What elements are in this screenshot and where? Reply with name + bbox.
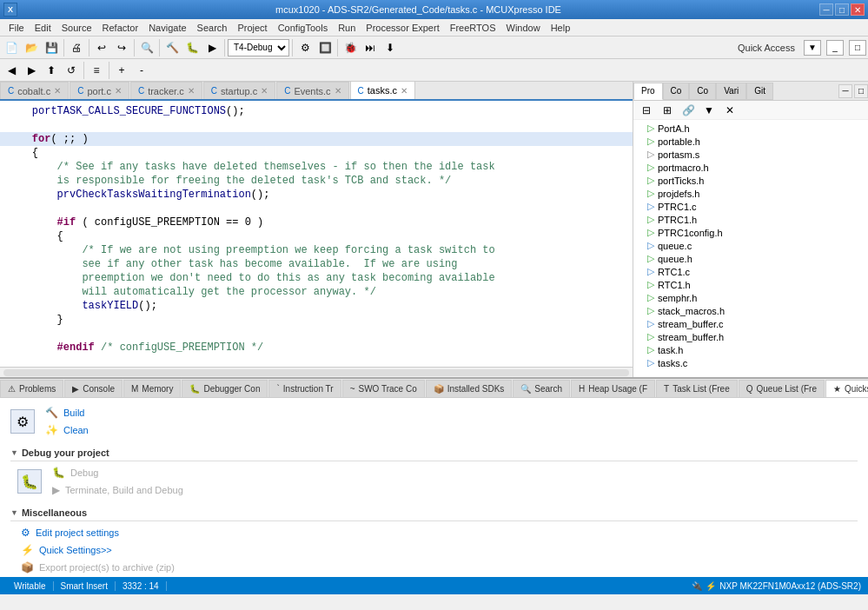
tree-item-queue-h[interactable]: ▷ queue.h <box>633 252 868 265</box>
save-button[interactable]: 💾 <box>42 38 61 57</box>
undo-button[interactable]: ↩ <box>92 38 111 57</box>
expand-all[interactable]: ⊞ <box>658 101 677 120</box>
menu-freertos[interactable]: FreeRTOS <box>445 21 501 35</box>
step-over[interactable]: ⏭ <box>361 38 380 57</box>
bottom-tab-memory[interactable]: MMemory <box>123 380 181 397</box>
tree-item-RTC1-c[interactable]: ▷ RTC1.c <box>633 265 868 278</box>
tree-item-stream-buffer-c[interactable]: ▷ stream_buffer.c <box>633 317 868 330</box>
minimize-panels[interactable]: _ <box>826 40 844 56</box>
tree-item-portasm-s[interactable]: ▷ portasm.s <box>633 148 868 161</box>
tree-item-portA-h[interactable]: ▷ PortA.h <box>633 122 868 135</box>
panel-minimize[interactable]: ─ <box>838 84 852 98</box>
debug-button[interactable]: 🐛 <box>182 38 202 57</box>
menu-processorexpert[interactable]: Processor Expert <box>361 21 444 35</box>
open-button[interactable]: 📂 <box>22 38 41 57</box>
bottom-tab-problems[interactable]: ⚠Problems <box>0 380 63 397</box>
tree-item-PTRC1-h[interactable]: ▷ PTRC1.h <box>633 213 868 226</box>
quick-access-dropdown[interactable]: ▼ <box>804 40 821 56</box>
tree-item-RTC1-h[interactable]: ▷ RTC1.h <box>633 278 868 291</box>
tree-item-PTRC1config-h[interactable]: ▷ PTRC1config.h <box>633 226 868 239</box>
menu-run[interactable]: Run <box>333 21 361 35</box>
tree-item-portable-h[interactable]: ▷ portable.h <box>633 135 868 148</box>
tree-item-stack-macros-h[interactable]: ▷ stack_macros.h <box>633 304 868 317</box>
menu-edit[interactable]: Edit <box>30 21 56 35</box>
editor-horizontal-scrollbar[interactable] <box>0 367 633 377</box>
tree-item-queue-c[interactable]: ▷ queue.c <box>633 239 868 252</box>
bottom-tab-heap[interactable]: HHeap Usage (F <box>571 380 655 397</box>
tab-tasks-c[interactable]: C tasks.c ✕ <box>350 82 415 99</box>
panel-maximize[interactable]: □ <box>854 84 868 98</box>
tab-tracker-c[interactable]: C tracker.c ✕ <box>130 82 202 99</box>
run-button[interactable]: ▶ <box>202 38 222 57</box>
tree-item-stream-buffer-h[interactable]: ▷ stream_buffer.h <box>633 330 868 343</box>
panel-tab-vari[interactable]: Vari <box>716 83 746 100</box>
bottom-tab-debugger[interactable]: 🐛Debugger Con <box>182 380 268 397</box>
bottom-tab-quickstart[interactable]: ★Quickstart Pan <box>825 380 868 397</box>
build-button[interactable]: 🔨 <box>162 38 182 57</box>
menu-window[interactable]: Window <box>501 21 546 35</box>
tree-item-portmacro-h[interactable]: ▷ portmacro.h <box>633 161 868 174</box>
menu-source[interactable]: Source <box>56 21 97 35</box>
collapse-all[interactable]: ⊟ <box>637 101 656 120</box>
close-panel[interactable]: ✕ <box>720 101 739 120</box>
build-config-dropdown[interactable]: T4-Debug <box>228 39 289 56</box>
quick-settings-action[interactable]: ⚡ Quick Settings>> <box>17 542 858 558</box>
bottom-tab-instruction[interactable]: `Instruction Tr <box>268 380 341 397</box>
forward-button[interactable]: ▶ <box>22 61 41 80</box>
clean-action[interactable]: ✨ Clean <box>42 422 92 438</box>
edit-project-settings-action[interactable]: ⚙ Edit project settings <box>17 525 858 540</box>
tab-port-c[interactable]: C port.c ✕ <box>70 82 129 99</box>
menu-project[interactable]: Project <box>232 21 272 35</box>
misc-section-toggle[interactable]: ▼ Miscellaneous <box>10 505 858 521</box>
bottom-tab-tasklist[interactable]: TTask List (Free <box>656 380 738 397</box>
up-button[interactable]: ⬆ <box>42 61 61 80</box>
link-editor[interactable]: 🔗 <box>679 101 698 120</box>
print-button[interactable]: 🖨 <box>67 38 86 57</box>
window-controls[interactable]: ─ □ ✕ <box>819 3 865 16</box>
close-button[interactable]: ✕ <box>851 3 865 16</box>
maximize-button[interactable]: □ <box>835 3 849 16</box>
code-editor[interactable]: portTASK_CALLS_SECURE_FUNCTIONS(); for( … <box>0 101 633 367</box>
panel-tab-git[interactable]: Git <box>746 83 773 100</box>
debug-section-toggle[interactable]: ▼ Debug your project <box>10 445 858 461</box>
tab-events-c[interactable]: C Events.c ✕ <box>276 82 348 99</box>
back-button[interactable]: ◀ <box>2 61 21 80</box>
bottom-tab-swo[interactable]: ~SWO Trace Co <box>342 380 425 397</box>
outline-button[interactable]: ≡ <box>87 61 106 80</box>
filter-files[interactable]: ▼ <box>699 101 719 120</box>
menu-search[interactable]: Search <box>192 21 233 35</box>
bottom-tab-search[interactable]: 🔍Search <box>513 380 570 397</box>
bottom-tab-queuelist[interactable]: QQueue List (Fre <box>739 380 825 397</box>
tab-startup-c[interactable]: C startup.c ✕ <box>203 82 275 99</box>
zoom-out[interactable]: - <box>132 61 151 80</box>
tree-item-portTicks-h[interactable]: ▷ portTicks.h <box>633 174 868 187</box>
bottom-tab-console[interactable]: ▶Console <box>64 380 123 397</box>
menu-help[interactable]: Help <box>546 21 576 35</box>
tree-item-semphr-h[interactable]: ▷ semphr.h <box>633 291 868 304</box>
tab-cobalt-c[interactable]: C cobalt.c ✕ <box>0 82 69 99</box>
minimize-button[interactable]: ─ <box>819 3 833 16</box>
build-action[interactable]: 🔨 Build <box>42 405 92 421</box>
menu-file[interactable]: File <box>3 21 30 35</box>
panel-tab-co2[interactable]: Co <box>689 83 716 100</box>
menu-configtools[interactable]: ConfigTools <box>273 21 333 35</box>
new-button[interactable]: 📄 <box>2 38 21 57</box>
refresh-button[interactable]: ↺ <box>62 61 81 80</box>
bug-icon[interactable]: 🐞 <box>341 38 360 57</box>
maximize-panels[interactable]: □ <box>849 40 866 56</box>
panel-tab-co1[interactable]: Co <box>663 83 690 100</box>
menu-refactor[interactable]: Refactor <box>97 21 144 35</box>
zoom-in[interactable]: + <box>112 61 131 80</box>
tree-item-tasks-c[interactable]: ▷ tasks.c <box>633 356 868 369</box>
status-chip-info[interactable]: 🔌 ⚡ NXP MK22FN1M0Axx12 (ADS-SR2) <box>692 581 861 591</box>
redo-button[interactable]: ↪ <box>112 38 131 57</box>
step-into[interactable]: ⬇ <box>381 38 400 57</box>
panel-tab-pro[interactable]: Pro <box>633 83 663 100</box>
bottom-tab-sdks[interactable]: 📦Installed SDKs <box>426 380 513 397</box>
tree-item-PTRC1-c[interactable]: ▷ PTRC1.c <box>633 200 868 213</box>
chip-button[interactable]: 🔲 <box>315 38 335 57</box>
tree-item-projdefs-h[interactable]: ▷ projdefs.h <box>633 187 868 200</box>
toggle-button[interactable]: ⚙ <box>295 38 315 57</box>
menu-navigate[interactable]: Navigate <box>143 21 191 35</box>
search-button[interactable]: 🔍 <box>137 38 156 57</box>
